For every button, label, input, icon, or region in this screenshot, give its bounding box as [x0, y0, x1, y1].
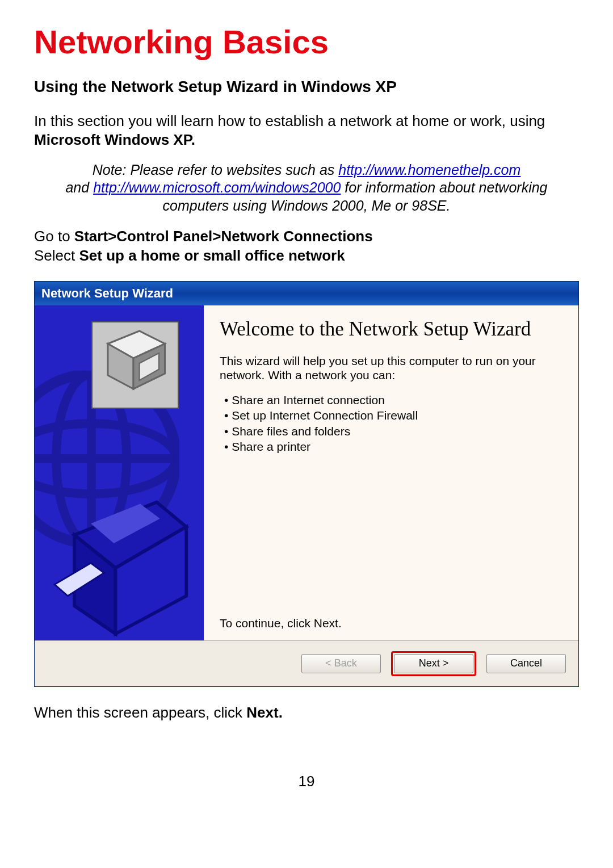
note-paragraph: Note: Please refer to websites such as h…	[34, 161, 579, 215]
wizard-dialog: Network Setup Wizard	[34, 281, 579, 687]
after-instruction: When this screen appears, click Next.	[34, 704, 579, 722]
printer-icon	[41, 475, 204, 640]
intro-text: In this section you will learn how to es…	[34, 112, 545, 129]
wizard-bullet-list: Share an Internet connection Set up Inte…	[220, 392, 562, 454]
page-number: 19	[34, 773, 579, 790]
page-title: Networking Basics	[34, 23, 579, 61]
wizard-description: This wizard will help you set up this co…	[220, 354, 562, 382]
intro-paragraph: In this section you will learn how to es…	[34, 112, 579, 149]
dialog-button-row: < Back Next > Cancel	[35, 640, 578, 686]
back-button: < Back	[301, 654, 381, 673]
note-link-1[interactable]: http://www.homenethelp.com	[338, 162, 520, 178]
instr-pre: Go to	[34, 228, 74, 245]
note-pre: Note: Please refer to websites such as	[93, 162, 339, 178]
wizard-bullet: Share a printer	[224, 439, 562, 454]
computer-photo-icon	[91, 321, 179, 409]
intro-bold: Microsoft Windows XP.	[34, 131, 195, 148]
instr-action: Set up a home or small office network	[79, 247, 345, 264]
instr-path: Start>Control Panel>Network Connections	[74, 228, 373, 245]
after-bold: Next.	[246, 704, 283, 721]
instructions: Go to Start>Control Panel>Network Connec…	[34, 227, 579, 266]
dialog-titlebar: Network Setup Wizard	[35, 282, 578, 305]
section-subtitle: Using the Network Setup Wizard in Window…	[34, 78, 579, 96]
note-link-2[interactable]: http://www.microsoft.com/windows2000	[93, 179, 341, 195]
next-button-highlight: Next >	[391, 651, 476, 676]
wizard-continue-text: To continue, click Next.	[220, 617, 562, 630]
wizard-bullet: Share an Internet connection	[224, 392, 562, 408]
wizard-heading: Welcome to the Network Setup Wizard	[220, 318, 562, 341]
instr-mid: Select	[34, 247, 79, 264]
wizard-bullet: Set up Internet Connection Firewall	[224, 408, 562, 423]
wizard-bullet: Share files and folders	[224, 423, 562, 439]
wizard-sidebar-image	[35, 305, 204, 640]
note-mid: and	[65, 179, 93, 195]
cancel-button[interactable]: Cancel	[486, 654, 566, 673]
next-button[interactable]: Next >	[394, 654, 473, 673]
after-pre: When this screen appears, click	[34, 704, 246, 721]
